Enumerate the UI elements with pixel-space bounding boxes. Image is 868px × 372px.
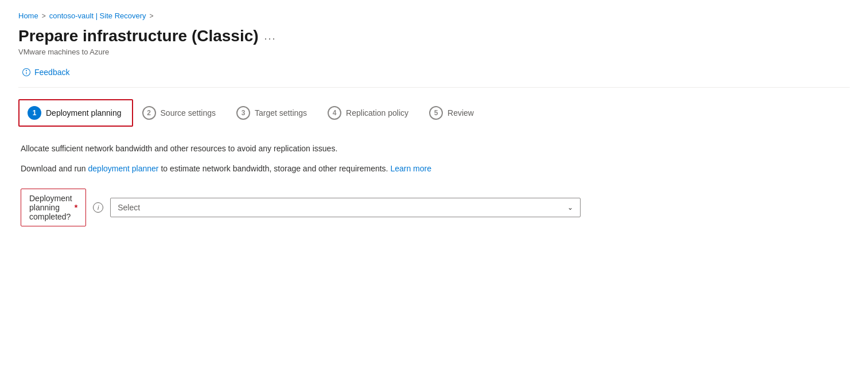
step-4-label: Replication policy [346, 108, 408, 118]
learn-more-link[interactable]: Learn more [390, 164, 431, 173]
page-menu-icon[interactable]: ... [264, 30, 277, 42]
breadcrumb-home[interactable]: Home [18, 11, 38, 20]
step-1-circle: 1 [28, 106, 41, 120]
form-label: Deployment planning completed? [29, 194, 72, 221]
content-area: Allocate sufficient network bandwidth an… [18, 143, 535, 226]
deployment-planner-link[interactable]: deployment planner [88, 164, 159, 173]
description-text: Allocate sufficient network bandwidth an… [21, 143, 532, 155]
toolbar: Feedback [18, 65, 850, 88]
svg-point-0 [26, 70, 27, 71]
step-5-circle: 5 [429, 106, 443, 120]
step-3-circle: 3 [236, 106, 250, 120]
form-row: Deployment planning completed? * i Selec… [21, 189, 532, 226]
page-title: Prepare infrastructure (Classic) [18, 27, 259, 45]
feedback-label: Feedback [34, 68, 69, 77]
step-4-circle: 4 [328, 106, 341, 120]
breadcrumb: Home > contoso-vault | Site Recovery > [18, 11, 850, 20]
step-2-circle: 2 [142, 106, 156, 120]
page-title-container: Prepare infrastructure (Classic) ... [18, 27, 850, 45]
step-2-label: Source settings [161, 108, 216, 118]
breadcrumb-vault[interactable]: contoso-vault | Site Recovery [49, 11, 146, 20]
breadcrumb-sep2: > [150, 12, 154, 20]
form-label-box: Deployment planning completed? * [21, 189, 86, 226]
download-text: Download and run deployment planner to e… [21, 163, 532, 175]
step-deployment-planning[interactable]: 1 Deployment planning [18, 99, 133, 127]
step-5-label: Review [447, 108, 474, 118]
step-replication-policy[interactable]: 4 Replication policy [318, 99, 420, 127]
step-1-label: Deployment planning [46, 108, 122, 118]
required-star: * [75, 203, 77, 212]
info-icon[interactable]: i [93, 202, 103, 213]
step-review[interactable]: 5 Review [420, 99, 485, 127]
dropdown-selected-value: Select [118, 203, 140, 212]
download-suffix: to estimate network bandwidth, storage a… [159, 164, 391, 173]
wizard-steps: 1 Deployment planning 2 Source settings … [18, 99, 850, 127]
download-prefix: Download and run [21, 164, 88, 173]
feedback-icon [22, 68, 31, 77]
feedback-button[interactable]: Feedback [18, 65, 73, 79]
deployment-planning-dropdown[interactable]: Select ⌄ [110, 198, 581, 217]
step-target-settings[interactable]: 3 Target settings [227, 99, 318, 127]
step-source-settings[interactable]: 2 Source settings [133, 99, 228, 127]
step-3-label: Target settings [255, 108, 307, 118]
page-subtitle: VMware machines to Azure [18, 48, 850, 56]
breadcrumb-sep1: > [42, 12, 46, 20]
dropdown-arrow-icon: ⌄ [567, 203, 573, 212]
